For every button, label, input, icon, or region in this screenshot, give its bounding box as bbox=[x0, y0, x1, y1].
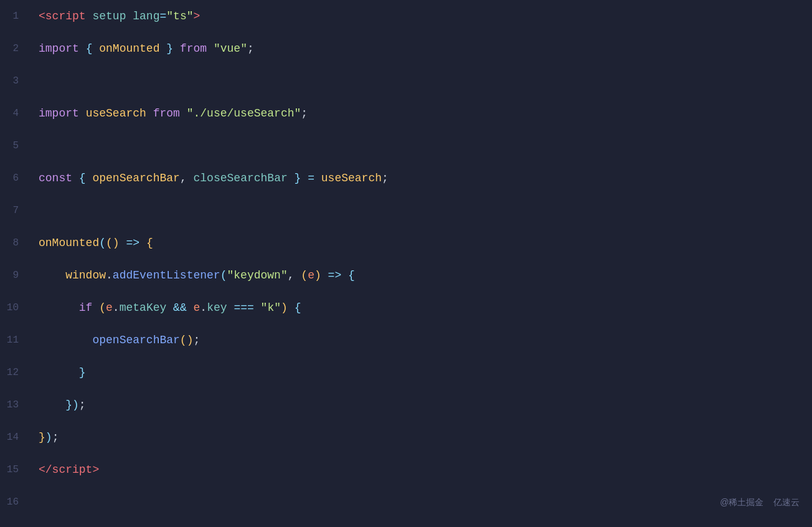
code-line-17: <template> bbox=[39, 518, 812, 527]
code-line-1: <script setup lang="ts"> bbox=[39, 0, 812, 32]
line-numbers: 1 2 3 4 5 6 7 8 9 10 11 12 13 14 15 16 1… bbox=[0, 0, 24, 527]
line-num-10: 10 bbox=[0, 292, 19, 324]
line-num-8: 8 bbox=[0, 227, 19, 259]
code-line-5 bbox=[39, 130, 812, 162]
line-num-1: 1 bbox=[0, 0, 19, 32]
line-num-4: 4 bbox=[0, 97, 19, 130]
line-num-9: 9 bbox=[0, 259, 19, 292]
code-line-4: import useSearch from "./use/useSearch"; bbox=[39, 97, 812, 130]
code-line-7 bbox=[39, 194, 812, 227]
code-line-10: if (e.metaKey && e.key === "k") { bbox=[39, 292, 812, 324]
line-num-15: 15 bbox=[0, 453, 19, 486]
code-line-11: openSearchBar(); bbox=[39, 324, 812, 356]
code-line-2: import { onMounted } from "vue"; bbox=[39, 32, 812, 65]
line-num-13: 13 bbox=[0, 389, 19, 421]
line-num-5: 5 bbox=[0, 130, 19, 162]
line-num-12: 12 bbox=[0, 356, 19, 389]
code-line-8: onMounted(() => { bbox=[39, 227, 812, 259]
code-line-3 bbox=[39, 65, 812, 97]
code-line-9: window.addEventListener("keydown", (e) =… bbox=[39, 259, 812, 292]
line-num-14: 14 bbox=[0, 421, 19, 453]
code-line-12: } bbox=[39, 356, 812, 389]
line-num-7: 7 bbox=[0, 194, 19, 227]
code-content[interactable]: <script setup lang="ts"> import { onMoun… bbox=[24, 0, 812, 527]
code-line-13: }); bbox=[39, 389, 812, 421]
code-line-16 bbox=[39, 486, 812, 518]
watermark-juejin: @稀土掘金 bbox=[720, 497, 763, 507]
line-num-16: 16 bbox=[0, 486, 19, 518]
code-line-15: </script> bbox=[39, 453, 812, 486]
line-num-6: 6 bbox=[0, 162, 19, 194]
code-editor: 1 2 3 4 5 6 7 8 9 10 11 12 13 14 15 16 1… bbox=[0, 0, 812, 527]
watermark: @稀土掘金 亿速云 bbox=[720, 486, 800, 518]
line-num-2: 2 bbox=[0, 32, 19, 65]
line-num-11: 11 bbox=[0, 324, 19, 356]
watermark-platform: 亿速云 bbox=[773, 497, 800, 507]
code-line-6: const { openSearchBar, closeSearchBar } … bbox=[39, 162, 812, 194]
line-num-17: 17 bbox=[0, 518, 19, 527]
code-line-14: }); bbox=[39, 421, 812, 453]
line-num-3: 3 bbox=[0, 65, 19, 97]
